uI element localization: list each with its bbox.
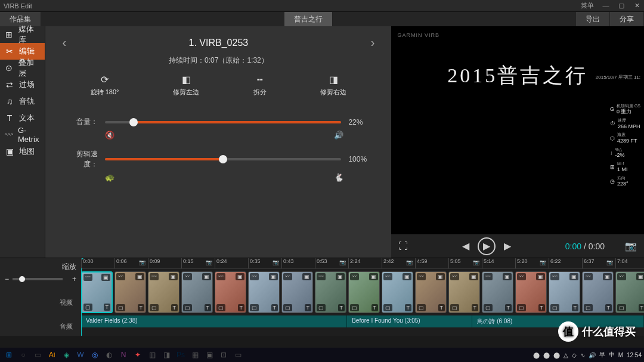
clip[interactable]: 〰▣▢T [582,271,614,313]
turtle-icon: 🐢 [63,173,218,182]
zoom-out-icon[interactable]: − [5,275,9,283]
mute-icon[interactable]: 🔇 [63,131,218,140]
sidebar-item-5[interactable]: T文本 [0,110,45,126]
text-badge-icon: T [505,304,512,311]
sidebar-item-0[interactable]: ⊞媒体库 [0,26,45,43]
next-button[interactable]: ▶ [504,240,511,252]
sidebar-item-2[interactable]: ⊙叠加层 [0,60,45,76]
video-track[interactable]: 〰▣▢T〰▣▢T〰▣▢T〰▣▢T〰▣▢T〰▣▢T〰▣▢T〰▣▢T〰▣▢T〰▣▢T… [81,269,644,315]
clip[interactable]: 〰▣▢T [448,271,480,313]
clip[interactable]: 〰▣▢T [248,271,280,313]
tool-1[interactable]: ◧修剪左边 [173,74,199,97]
tray-icon[interactable]: ⬤ [533,352,540,358]
close-icon[interactable]: ✕ [633,2,640,10]
taskbar-app-icon[interactable]: N [117,349,130,361]
fullscreen-icon[interactable]: ⛶ [398,241,408,252]
text-badge-icon: T [639,304,645,311]
zoom-label: 缩放 [62,262,76,272]
tray-icon[interactable]: ⬤ [543,352,550,358]
zoom-in-icon[interactable]: + [72,275,76,283]
transition-badge-icon: ▣ [101,274,110,281]
taskbar-app-icon[interactable]: ⊡ [217,349,230,361]
speed-value: 100% [348,155,373,163]
overlay-badge-icon: ▢ [350,304,359,311]
sound-icon[interactable]: 🔊 [218,131,373,140]
play-bar: ⛶ ◀ ▶ ▶ 0:00 / 0:00 📷 [391,234,644,258]
clip[interactable]: 〰▣▢T [81,271,113,313]
tray-icon[interactable]: 早 [599,351,605,359]
sidebar-item-7[interactable]: ▣地图 [0,143,45,160]
taskbar-app-icon[interactable]: ◎ [88,349,101,361]
clip[interactable]: 〰▣▢T [315,271,346,313]
tray-icon[interactable]: △ [564,352,568,358]
text-badge-icon: T [572,304,579,311]
tray-icon[interactable]: ◇ [572,352,577,358]
minimize-icon[interactable]: — [602,2,609,10]
gmetrix-badge-icon: 〰 [484,273,493,280]
clip[interactable]: 〰▣▢T [482,271,513,313]
next-clip-button[interactable]: › [366,36,380,49]
speed-slider[interactable] [105,158,341,160]
taskbar-app-icon[interactable]: ⊞ [2,349,16,361]
clock[interactable]: 12:54 [627,352,642,358]
clip[interactable]: 〰▣▢T [148,271,179,313]
audio-segment[interactable]: 鳥の詩 (6:08) [472,315,644,327]
share-button[interactable]: 分享 [610,12,644,26]
play-button[interactable]: ▶ [478,237,496,255]
clip[interactable]: 〰▣▢T [615,271,644,313]
snapshot-icon[interactable]: 📷 [625,240,637,252]
taskbar-app-icon[interactable]: ◐ [103,349,116,361]
taskbar-app-icon[interactable]: ▣ [203,349,216,361]
volume-label: 音量： [63,117,98,127]
taskbar-app-icon[interactable]: ✦ [131,349,144,361]
taskbar-app-icon[interactable]: ▥ [145,349,159,361]
sidebar-item-3[interactable]: ⇄过场 [0,76,45,93]
audio-track[interactable]: Valder Fields (2:38)Before I Found You (… [81,315,644,327]
duration-text: 持续时间：0:07（原始：1:32） [57,55,379,66]
tray-icon[interactable]: ⬤ [553,352,560,358]
taskbar-app-icon[interactable]: Ai [45,349,58,361]
preview-video[interactable]: 2015普吉之行 2015/10/7 星期三 11: G机加码度 GS0 重力⏱… [391,26,644,234]
clip[interactable]: 〰▣▢T [181,271,213,313]
taskbar-app-icon[interactable]: ◈ [60,349,73,361]
tray-icon[interactable]: 🔊 [589,352,596,358]
prev-clip-button[interactable]: ‹ [57,36,71,49]
maximize-icon[interactable]: ▢ [618,2,625,10]
clip[interactable]: 〰▣▢T [549,271,580,313]
volume-slider[interactable] [105,121,341,123]
clip[interactable]: 〰▣▢T [114,271,146,313]
overlay-badge-icon: ▢ [584,304,593,311]
tool-2[interactable]: ╍拆分 [253,74,267,97]
clip[interactable]: 〰▣▢T [281,271,313,313]
text-badge-icon: T [138,304,145,311]
tray-icon[interactable]: ∿ [580,352,585,358]
export-button[interactable]: 导出 [576,12,610,26]
taskbar-app-icon[interactable]: ▭ [231,349,244,361]
tray-icon[interactable]: M [618,352,623,358]
time-ruler[interactable]: 0:000:06📷0:090:15📷0:240:35📷0:430:53📷2:24… [81,258,644,269]
clip[interactable]: 〰▣▢T [348,271,380,313]
taskbar-app-icon[interactable]: ▭ [31,349,44,361]
taskbar-app-icon[interactable]: ▦ [188,349,202,361]
menu-button[interactable]: 菜单 [581,1,594,10]
tool-3[interactable]: ◨修剪右边 [320,74,346,97]
taskbar-app-icon[interactable]: W [74,349,87,361]
clip[interactable]: 〰▣▢T [215,271,246,313]
audio-segment[interactable]: Before I Found You (3:05) [347,315,472,327]
taskbar-app-icon[interactable]: ◨ [160,349,173,361]
taskbar-app-icon[interactable]: ○ [17,349,30,361]
tool-0[interactable]: ⟳旋转 180° [91,74,119,97]
tray-icon[interactable]: 中 [609,351,615,359]
project-tab[interactable]: 普吉之行 [284,12,333,26]
taskbar-app-icon[interactable]: Ps [174,349,187,361]
sidebar-item-6[interactable]: 〰G-Metrix [0,126,45,143]
gmetrix-badge-icon: 〰 [183,273,192,280]
prev-button[interactable]: ◀ [462,240,469,252]
clip[interactable]: 〰▣▢T [382,271,413,313]
transition-badge-icon: ▣ [536,273,545,280]
zoom-slider[interactable] [13,278,63,280]
clip[interactable]: 〰▣▢T [415,271,447,313]
audio-segment[interactable]: Valder Fields (2:38) [81,315,347,327]
sidebar-item-4[interactable]: ♫音轨 [0,93,45,110]
clip[interactable]: 〰▣▢T [515,271,547,313]
